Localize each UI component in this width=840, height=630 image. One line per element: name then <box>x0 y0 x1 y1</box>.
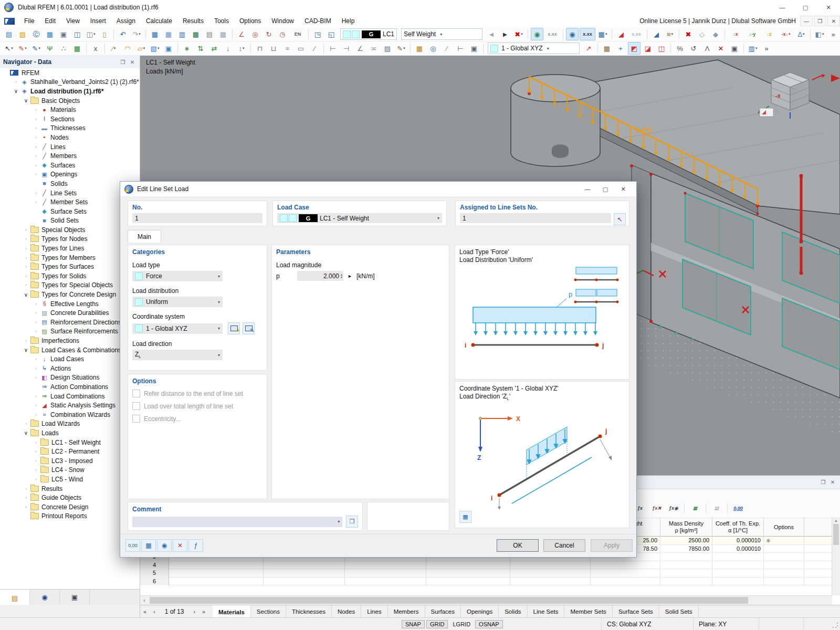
window-arrange-icon[interactable]: ◱ <box>325 28 338 40</box>
view-minus-x-icon[interactable]: -x↓▾ <box>778 28 794 40</box>
cell[interactable] <box>660 578 712 586</box>
row-number[interactable]: 5 <box>140 569 169 578</box>
new-surface-icon[interactable]: ▱▾ <box>135 42 148 55</box>
plane-xz-icon[interactable]: ◪ <box>642 42 654 55</box>
close-tables-icon[interactable]: ✕ <box>828 479 837 485</box>
units-button[interactable]: 0,00 <box>125 539 140 552</box>
tree-item-load-cases[interactable]: ›↓Load Cases <box>0 354 139 364</box>
generated-objects-icon[interactable]: Ψ <box>44 42 56 55</box>
tree-item-load-cases-combinations[interactable]: ∨Load Cases & Combinations <box>0 345 139 355</box>
expand-arrow-icon[interactable]: › <box>32 117 40 122</box>
display-navigator-tab[interactable]: ◉ <box>30 590 60 605</box>
table-tab-materials[interactable]: Materials <box>213 605 251 618</box>
dim-elevation-icon[interactable]: ≍ <box>368 42 380 55</box>
align-tool-icon[interactable]: ↕▾ <box>235 42 248 55</box>
menu-options[interactable]: Options <box>234 15 266 27</box>
ok-button[interactable]: OK <box>497 539 539 552</box>
tree-item-types-for-concrete-design[interactable]: ∨Types for Concrete Design <box>0 290 139 299</box>
menu-cad-bim[interactable]: CAD-BIM <box>299 15 337 27</box>
expand-arrow-icon[interactable]: › <box>32 320 40 325</box>
workplane-icon[interactable]: ▦ <box>601 42 613 55</box>
search-cancel-icon[interactable]: ✖ <box>682 28 695 40</box>
prev-record-button[interactable]: ‹ <box>150 608 159 615</box>
tree-item-design-situations[interactable]: ›◧Design Situations <box>0 373 139 383</box>
tree-item-types-for-special-objects[interactable]: ›Types for Special Objects <box>0 281 139 290</box>
standard-en-icon[interactable]: EN <box>290 28 306 40</box>
table-tab-line-sets[interactable]: Line Sets <box>528 605 565 617</box>
tree-item-types-for-lines[interactable]: ›Types for Lines <box>0 244 139 253</box>
new-coordinate-system-button[interactable]: + <box>228 322 240 334</box>
snapshot-icon[interactable]: ▣ <box>728 42 741 55</box>
angle-tool-icon[interactable]: ∠ <box>235 28 248 40</box>
expand-arrow-icon[interactable]: › <box>22 264 30 269</box>
cell[interactable] <box>764 545 804 553</box>
cell[interactable] <box>764 569 804 578</box>
menu-window[interactable]: Window <box>266 15 299 27</box>
lc-next-icon[interactable]: ► <box>499 28 511 40</box>
guide-line-icon[interactable]: ∕ <box>440 42 453 55</box>
edit-coordinate-system-button[interactable]: ✎ <box>243 322 255 334</box>
table-tab-surfaces[interactable]: Surfaces <box>425 605 461 617</box>
clipboard-icon[interactable]: ▯ <box>98 28 111 40</box>
calculate-all-icon[interactable]: ≡▾ <box>664 28 676 40</box>
cell[interactable] <box>804 578 832 586</box>
expand-arrow-icon[interactable]: › <box>32 449 40 454</box>
modify-generate-icon[interactable]: ∗ <box>181 42 193 55</box>
view-z-icon[interactable]: ↓z <box>761 28 777 40</box>
menu-view[interactable]: View <box>61 15 85 27</box>
row-number[interactable]: 4 <box>140 561 169 570</box>
regenerate-icon[interactable]: ↻ <box>262 28 275 40</box>
tree-item-types-for-surfaces[interactable]: ›Types for Surfaces <box>0 262 139 271</box>
expand-arrow-icon[interactable]: › <box>32 394 40 399</box>
table-tab-nodes[interactable]: Nodes <box>332 605 361 617</box>
grid-settings-icon[interactable]: + <box>614 42 627 55</box>
dialog-minimize-button[interactable]: — <box>579 183 596 195</box>
menu-edit[interactable]: Edit <box>39 15 61 27</box>
new-arc-icon[interactable]: ◠ <box>121 42 134 55</box>
copy-comment-button[interactable]: ❒ <box>346 516 358 528</box>
expand-arrow-icon[interactable]: › <box>32 366 40 371</box>
table-vscrollbar[interactable]: ▲ <box>832 517 840 595</box>
table-layout-1-icon[interactable]: ▦ <box>149 28 161 40</box>
cell[interactable] <box>804 569 832 578</box>
expand-arrow-icon[interactable]: › <box>22 338 30 343</box>
apply-defaults-button[interactable]: ▦ <box>141 539 156 552</box>
calc-settings-icon[interactable]: ◢ <box>650 28 663 40</box>
minimize-button[interactable]: — <box>771 1 794 14</box>
menu-results[interactable]: Results <box>177 15 209 27</box>
plane-yz-icon[interactable]: ◫ <box>655 42 668 55</box>
tree-item-reinforcement-directions[interactable]: ›▤Reinforcement Directions <box>0 318 139 327</box>
lc-previous-icon[interactable]: ◄ <box>485 28 498 40</box>
cell[interactable] <box>804 561 832 570</box>
child-close-button[interactable]: ✕ <box>827 16 840 26</box>
cell[interactable] <box>804 553 832 561</box>
tree-item-load-combinations[interactable]: ›⇒Load Combinations <box>0 392 139 401</box>
tree-item-sections[interactable]: ›ISections <box>0 114 139 124</box>
cell[interactable] <box>660 553 712 561</box>
expand-arrow-icon[interactable]: › <box>22 486 30 491</box>
surface-release-icon[interactable]: ▭ <box>295 42 307 55</box>
cell[interactable] <box>345 561 426 570</box>
new-window-icon[interactable]: ◳ <box>311 28 324 40</box>
coordinate-system-combo[interactable]: 1 - Global XYZ ▾ <box>488 43 580 54</box>
delete-tool-icon[interactable]: ✕ <box>715 42 727 55</box>
load-direction-combo[interactable]: ZL ▾ <box>132 350 223 360</box>
expand-arrow-icon[interactable]: ∨ <box>22 430 30 436</box>
export-icon[interactable]: ◫▾ <box>85 28 97 40</box>
cancel-button[interactable]: Cancel <box>543 539 585 552</box>
expand-arrow-icon[interactable]: › <box>32 144 40 150</box>
cell[interactable] <box>426 578 510 586</box>
tree-item-actions[interactable]: ›↳Actions <box>0 364 139 373</box>
load-type-combo[interactable]: Force ▾ <box>132 271 223 281</box>
table-tab-member-sets[interactable]: Member Sets <box>564 605 612 617</box>
assigned-input[interactable]: 1 <box>460 213 611 223</box>
expand-arrow-icon[interactable]: ► <box>348 274 352 279</box>
status-toggle-snap[interactable]: SNAP <box>402 620 425 628</box>
search-graphic-icon[interactable]: ◎ <box>249 28 261 40</box>
cell[interactable] <box>804 537 832 545</box>
cell[interactable] <box>764 561 804 570</box>
load-case-combo[interactable]: G LC1 - Self Weight ▾ <box>277 213 442 223</box>
tree-item-nodes[interactable]: ›•Nodes <box>0 133 139 142</box>
render-mode-icon[interactable]: ◧▾ <box>813 28 826 40</box>
cell[interactable] <box>169 561 264 570</box>
